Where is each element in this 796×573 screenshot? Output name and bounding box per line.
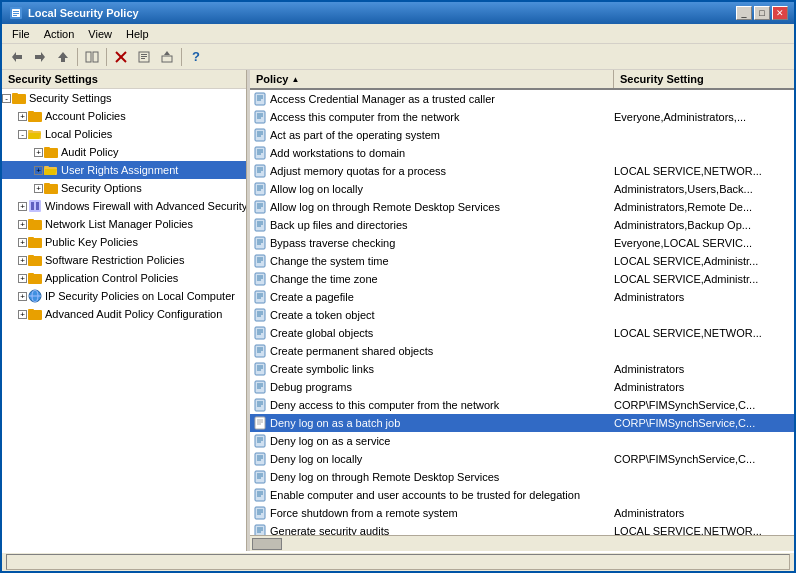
svg-rect-92 — [255, 291, 265, 303]
col-header-setting[interactable]: Security Setting — [614, 70, 794, 88]
list-item[interactable]: Change the system time LOCAL SERVICE,Adm… — [250, 252, 794, 270]
policy-icon — [250, 110, 270, 124]
title-controls: _ □ ✕ — [736, 6, 788, 20]
tree-item-application-control[interactable]: +Application Control Policies — [2, 269, 246, 287]
tree-item-security-options[interactable]: +Security Options — [2, 179, 246, 197]
expander-icon[interactable]: - — [18, 130, 27, 139]
menu-file[interactable]: File — [6, 26, 36, 42]
list-item[interactable]: Deny log on as a service — [250, 432, 794, 450]
title-bar-left: Local Security Policy — [8, 5, 139, 21]
tree-item-local-policies[interactable]: -Local Policies — [2, 125, 246, 143]
tree-item-security-settings[interactable]: -Security Settings — [2, 89, 246, 107]
policy-icon — [250, 344, 270, 358]
policy-name: Enable computer and user accounts to be … — [270, 489, 614, 501]
horizontal-scrollbar[interactable] — [250, 535, 794, 551]
tree-item-advanced-audit[interactable]: +Advanced Audit Policy Configuration — [2, 305, 246, 323]
tree-item-user-rights-assignment[interactable]: +User Rights Assignment — [2, 161, 246, 179]
expander-icon[interactable]: + — [18, 238, 27, 247]
expander-icon[interactable]: + — [18, 112, 27, 121]
list-item[interactable]: Bypass traverse checking Everyone,LOCAL … — [250, 234, 794, 252]
expander-icon[interactable]: + — [18, 274, 27, 283]
policy-icon — [250, 200, 270, 214]
menu-action[interactable]: Action — [38, 26, 81, 42]
list-item[interactable]: Adjust memory quotas for a process LOCAL… — [250, 162, 794, 180]
expander-icon[interactable]: + — [34, 148, 43, 157]
list-item[interactable]: Access Credential Manager as a trusted c… — [250, 90, 794, 108]
list-item[interactable]: Create permanent shared objects — [250, 342, 794, 360]
policy-icon — [250, 272, 270, 286]
list-item[interactable]: Change the time zone LOCAL SERVICE,Admin… — [250, 270, 794, 288]
list-item[interactable]: Add workstations to domain — [250, 144, 794, 162]
svg-rect-120 — [255, 417, 265, 429]
svg-rect-52 — [255, 111, 265, 123]
list-item[interactable]: Create symbolic links Administrators — [250, 360, 794, 378]
policy-setting: CORP\FIMSynchService,C... — [614, 453, 794, 465]
export-button[interactable] — [156, 46, 178, 68]
tree-item-network-list[interactable]: +Network List Manager Policies — [2, 215, 246, 233]
tree-item-public-key[interactable]: +Public Key Policies — [2, 233, 246, 251]
menu-help[interactable]: Help — [120, 26, 155, 42]
list-item[interactable]: Force shutdown from a remote system Admi… — [250, 504, 794, 522]
expander-icon[interactable]: + — [34, 166, 43, 175]
svg-marker-6 — [35, 52, 45, 62]
list-item[interactable]: Allow log on locally Administrators,User… — [250, 180, 794, 198]
tree-item-label: Account Policies — [45, 110, 126, 122]
list-item[interactable]: Create global objects LOCAL SERVICE,NETW… — [250, 324, 794, 342]
tree-item-software-restriction[interactable]: +Software Restriction Policies — [2, 251, 246, 269]
list-item[interactable]: Access this computer from the network Ev… — [250, 108, 794, 126]
folder-icon — [11, 90, 27, 106]
list-item[interactable]: Deny access to this computer from the ne… — [250, 396, 794, 414]
expander-icon[interactable]: + — [18, 292, 27, 301]
list-item[interactable]: Create a pagefile Administrators — [250, 288, 794, 306]
maximize-button[interactable]: □ — [754, 6, 770, 20]
policy-name: Bypass traverse checking — [270, 237, 614, 249]
expander-icon[interactable]: + — [18, 202, 27, 211]
svg-rect-32 — [29, 200, 41, 212]
policy-name: Back up files and directories — [270, 219, 614, 231]
policy-name: Allow log on locally — [270, 183, 614, 195]
expander-icon[interactable]: + — [34, 184, 43, 193]
expander-icon[interactable]: + — [18, 310, 27, 319]
tree-item-ip-security[interactable]: +IP Security Policies on Local Computer — [2, 287, 246, 305]
policy-icon — [250, 452, 270, 466]
policy-setting: Everyone,LOCAL SERVIC... — [614, 237, 794, 249]
svg-rect-124 — [255, 435, 265, 447]
svg-rect-18 — [12, 94, 26, 104]
minimize-button[interactable]: _ — [736, 6, 752, 20]
svg-rect-15 — [141, 58, 145, 59]
svg-rect-36 — [28, 219, 34, 221]
properties-button[interactable] — [133, 46, 155, 68]
list-item[interactable]: Back up files and directories Administra… — [250, 216, 794, 234]
up-button[interactable] — [52, 46, 74, 68]
back-button[interactable] — [6, 46, 28, 68]
list-item[interactable]: Act as part of the operating system — [250, 126, 794, 144]
expander-icon[interactable]: + — [18, 220, 27, 229]
list-item[interactable]: Deny log on as a batch job CORP\FIMSynch… — [250, 414, 794, 432]
toolbar-separator-3 — [181, 48, 182, 66]
list-item[interactable]: Enable computer and user accounts to be … — [250, 486, 794, 504]
tree-item-label: Windows Firewall with Advanced Security — [45, 200, 247, 212]
expander-icon[interactable]: + — [18, 256, 27, 265]
policy-name: Access Credential Manager as a trusted c… — [270, 93, 614, 105]
delete-button[interactable] — [110, 46, 132, 68]
tree-item-windows-firewall[interactable]: +Windows Firewall with Advanced Security — [2, 197, 246, 215]
show-hide-button[interactable] — [81, 46, 103, 68]
help-button[interactable]: ? — [185, 46, 207, 68]
tree-item-account-policies[interactable]: +Account Policies — [2, 107, 246, 125]
col-header-policy[interactable]: Policy ▲ — [250, 70, 614, 88]
folder-icon — [27, 108, 43, 124]
list-item[interactable]: Deny log on locally CORP\FIMSynchService… — [250, 450, 794, 468]
close-button[interactable]: ✕ — [772, 6, 788, 20]
forward-button[interactable] — [29, 46, 51, 68]
tree-item-audit-policy[interactable]: +Audit Policy — [2, 143, 246, 161]
expander-icon[interactable]: - — [2, 94, 11, 103]
svg-rect-64 — [255, 165, 265, 177]
list-item[interactable]: Allow log on through Remote Desktop Serv… — [250, 198, 794, 216]
list-item[interactable]: Debug programs Administrators — [250, 378, 794, 396]
list-item[interactable]: Deny log on through Remote Desktop Servi… — [250, 468, 794, 486]
app-icon — [8, 5, 24, 21]
list-item[interactable]: Create a token object — [250, 306, 794, 324]
list-item[interactable]: Generate security audits LOCAL SERVICE,N… — [250, 522, 794, 535]
menu-view[interactable]: View — [82, 26, 118, 42]
list-view: Access Credential Manager as a trusted c… — [250, 90, 794, 535]
